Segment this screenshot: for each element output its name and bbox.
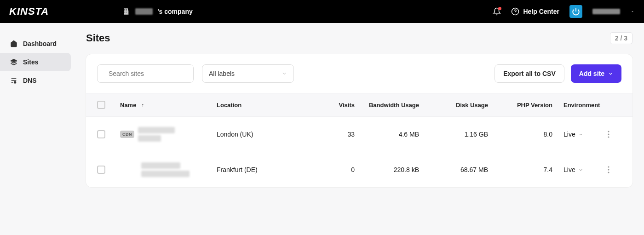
column-header-disk[interactable]: Disk Usage	[419, 102, 488, 109]
column-header-visits[interactable]: Visits	[313, 102, 355, 109]
labels-select[interactable]: All labels	[202, 64, 294, 83]
sidebar-item-label: Sites	[23, 58, 38, 66]
svg-point-7	[608, 133, 609, 135]
row-actions-menu[interactable]	[608, 166, 610, 173]
add-site-label: Add site	[579, 70, 604, 77]
cell-location: London (UK)	[217, 131, 313, 138]
column-header-php[interactable]: PHP Version	[488, 102, 552, 109]
help-icon	[511, 7, 519, 16]
row-actions-menu[interactable]	[608, 131, 610, 138]
table-header: Name ↑ Location Visits Bandwidth Usage D…	[86, 93, 632, 116]
company-selector[interactable]: 's company	[122, 7, 192, 16]
chevron-down-icon	[608, 71, 613, 76]
cell-disk: 68.67 MB	[419, 166, 488, 173]
cell-location: Frankfurt (DE)	[217, 166, 313, 173]
export-csv-button[interactable]: Export all to CSV	[494, 64, 564, 83]
sites-card: All labels Export all to CSV Add site	[86, 54, 632, 187]
power-icon	[572, 7, 580, 16]
layers-icon	[10, 58, 17, 66]
chevron-down-icon	[578, 167, 583, 172]
column-label: Name	[120, 102, 136, 109]
svg-point-9	[608, 166, 609, 167]
cell-php: 8.0	[488, 131, 552, 138]
environment-value: Live	[564, 166, 575, 173]
row-checkbox[interactable]	[97, 130, 105, 138]
svg-point-11	[608, 172, 609, 173]
page-title: Sites	[86, 32, 110, 44]
column-header-bandwidth[interactable]: Bandwidth Usage	[355, 102, 419, 109]
export-csv-label: Export all to CSV	[503, 70, 556, 77]
sidebar-item-sites[interactable]: Sites	[0, 53, 71, 71]
chevron-down-icon	[282, 71, 287, 76]
select-all-checkbox[interactable]	[97, 101, 105, 109]
notifications-button[interactable]	[493, 7, 501, 16]
site-name-redacted	[138, 127, 175, 142]
help-center-link[interactable]: Help Center	[511, 7, 559, 16]
column-header-location[interactable]: Location	[217, 102, 313, 109]
table-row[interactable]: CDN London (UK) 33 4.6 MB 1.16 GB 8.0 Li…	[86, 116, 632, 152]
svg-point-8	[608, 136, 609, 138]
help-center-label: Help Center	[523, 8, 559, 15]
environment-value: Live	[564, 131, 575, 138]
svg-point-6	[608, 131, 609, 132]
building-icon	[122, 7, 131, 16]
sidebar: Dashboard Sites DNS	[0, 23, 75, 201]
brand-logo: KINSTA	[9, 6, 49, 17]
column-header-environment[interactable]: Environment	[552, 102, 608, 109]
sidebar-item-dns[interactable]: DNS	[0, 71, 71, 90]
chevron-down-icon	[578, 132, 583, 137]
search-input[interactable]	[109, 70, 189, 77]
company-name-redacted	[135, 8, 153, 15]
main-content: Sites 2 / 3 All labels Export all to CSV	[75, 23, 644, 201]
table-row[interactable]: Frankfurt (DE) 0 220.8 kB 68.67 MB 7.4 L…	[86, 152, 632, 187]
cell-visits: 0	[313, 166, 355, 173]
cdn-badge: CDN	[120, 131, 134, 138]
cell-php: 7.4	[488, 166, 552, 173]
add-site-button[interactable]: Add site	[571, 64, 621, 83]
labels-select-value: All labels	[209, 70, 235, 77]
site-name-redacted	[141, 162, 190, 177]
cell-visits: 33	[313, 131, 355, 138]
page-header: Sites 2 / 3	[86, 32, 632, 44]
sidebar-item-dashboard[interactable]: Dashboard	[0, 34, 71, 53]
page-counter: 2 / 3	[610, 32, 632, 44]
header-actions: Help Center	[493, 5, 635, 18]
sidebar-item-label: DNS	[23, 77, 37, 84]
search-input-wrap[interactable]	[97, 64, 194, 83]
chevron-down-icon[interactable]	[630, 9, 635, 14]
sort-ascending-icon: ↑	[141, 102, 144, 108]
company-suffix: 's company	[157, 8, 192, 15]
toolbar: All labels Export all to CSV Add site	[86, 54, 632, 93]
app-header: KINSTA 's company Help Center	[0, 0, 644, 23]
cell-disk: 1.16 GB	[419, 131, 488, 138]
row-checkbox[interactable]	[97, 166, 105, 174]
cell-bandwidth: 220.8 kB	[355, 166, 419, 173]
cell-environment[interactable]: Live	[552, 131, 608, 138]
svg-point-3	[14, 81, 16, 83]
dns-icon	[10, 77, 17, 84]
svg-point-10	[608, 169, 609, 170]
user-avatar[interactable]	[569, 5, 582, 18]
sidebar-item-label: Dashboard	[23, 40, 57, 47]
cell-environment[interactable]: Live	[552, 166, 608, 173]
home-icon	[10, 40, 17, 47]
column-header-name[interactable]: Name ↑	[120, 102, 217, 109]
cell-bandwidth: 4.6 MB	[355, 131, 419, 138]
user-name-redacted	[592, 9, 620, 14]
